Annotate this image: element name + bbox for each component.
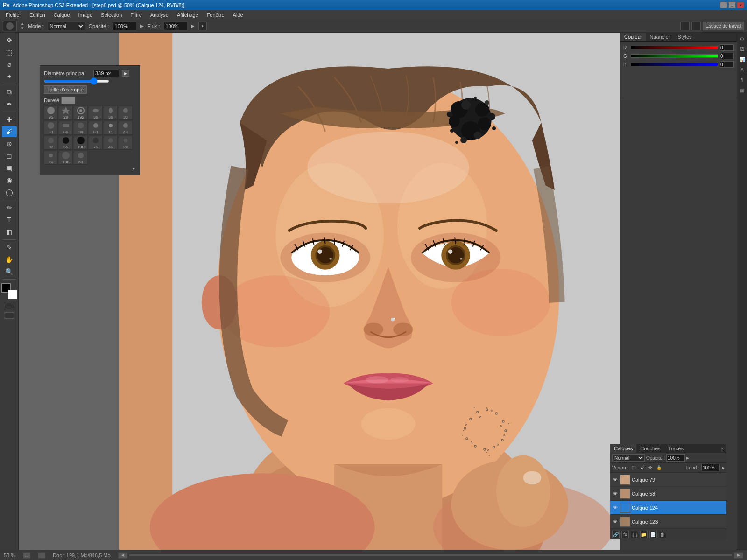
mini-tool-2[interactable]: 🖼 [738, 45, 747, 53]
gradient-tool[interactable]: ▣ [2, 162, 17, 174]
shape-tool[interactable]: ◧ [2, 226, 17, 238]
menu-selection[interactable]: Sélection [97, 11, 126, 19]
opacite-input[interactable] [113, 22, 136, 30]
pan-btn[interactable] [38, 552, 45, 559]
magic-wand-tool[interactable]: ✦ [2, 71, 17, 82]
timeline-bar[interactable] [129, 554, 732, 556]
close-button[interactable]: × [737, 2, 744, 8]
brush-size-up[interactable]: ▲ [21, 21, 24, 26]
brush-cell-0[interactable]: 95 [44, 106, 58, 120]
brush-cell-2[interactable]: 192 [74, 106, 88, 120]
layer-row-124[interactable]: 👁 Calque 124 [610, 501, 726, 515]
tab-couches[interactable]: Couches [636, 444, 664, 453]
add-style[interactable]: fx [621, 531, 629, 538]
visibility-58[interactable]: 👁 [612, 490, 619, 497]
fond-arrow[interactable]: ▶ [722, 466, 725, 470]
brush-cell-4[interactable]: 36 [104, 106, 118, 120]
sample-size-btn[interactable]: Taille d'exemple [44, 85, 87, 94]
airbrush-toggle[interactable]: ✦ [198, 22, 207, 30]
b-value[interactable] [720, 61, 734, 68]
pen-tool[interactable]: ✏ [2, 202, 17, 213]
visibility-79[interactable]: 👁 [612, 476, 619, 483]
brush-cell-1[interactable]: 29 [59, 106, 73, 120]
eraser-tool[interactable]: ◻ [2, 150, 17, 161]
lock-position[interactable]: ✥ [647, 464, 654, 471]
new-layer[interactable]: 📄 [649, 531, 657, 538]
menu-analyse[interactable]: Analyse [147, 11, 172, 19]
workspace-btn[interactable]: Espace de travail [703, 22, 744, 30]
visibility-124[interactable]: 👁 [612, 504, 619, 511]
flux-input[interactable] [164, 22, 187, 30]
layer-row-58[interactable]: 👁 Calque 58 [610, 487, 726, 501]
minimize-button[interactable]: _ [720, 2, 727, 8]
blend-mode-select[interactable]: Normal [612, 454, 645, 462]
r-value[interactable] [720, 44, 734, 51]
text-tool[interactable]: T [2, 214, 17, 225]
canvas-area[interactable]: Diamètre principal ▶ Taille d'exemple Du… [19, 33, 620, 550]
menu-aide[interactable]: Aide [229, 11, 247, 19]
brush-tool[interactable]: 🖌 [2, 126, 17, 137]
fit-screen-btn[interactable]: ⬚ [23, 552, 30, 559]
color-swatches[interactable] [1, 283, 17, 299]
g-slider-bg[interactable] [631, 54, 718, 58]
opacity-input[interactable] [666, 454, 685, 462]
brush-cell-3[interactable]: 36 [89, 106, 103, 120]
brush-cell-9[interactable]: 63 [89, 121, 103, 135]
brush-cell-18[interactable]: 20 [44, 151, 58, 165]
diametre-input[interactable] [93, 70, 119, 77]
brush-cell-6[interactable]: 63 [44, 121, 58, 135]
titlebar-controls[interactable]: _ □ × [720, 2, 744, 8]
brush-cell-12[interactable]: 32 [44, 136, 58, 150]
brush-size-down[interactable]: ▼ [21, 26, 24, 30]
mini-tool-5[interactable]: ¶ [738, 76, 747, 84]
brush-cell-14[interactable]: 100 [74, 136, 88, 150]
notes-tool[interactable]: ✎ [2, 242, 17, 253]
mini-tool-4[interactable]: A [738, 65, 747, 74]
dodge-tool[interactable]: ◯ [2, 187, 17, 198]
brush-cell-15[interactable]: 75 [89, 136, 103, 150]
b-slider-bg[interactable] [631, 63, 718, 66]
tab-couleur[interactable]: Couleur [620, 33, 646, 41]
brush-cell-16[interactable]: 45 [104, 136, 118, 150]
crop-tool[interactable]: ⧉ [2, 86, 17, 98]
opacity-arrow[interactable]: ▶ [686, 456, 689, 460]
add-mask[interactable]: ⬚ [631, 531, 638, 538]
g-value[interactable] [720, 53, 734, 59]
brush-cell-10[interactable]: 11 [104, 121, 118, 135]
brush-cell-11[interactable]: 48 [119, 121, 133, 135]
tab-calques[interactable]: Calques [610, 444, 636, 453]
mini-tool-6[interactable]: ▦ [738, 86, 747, 94]
tab-nuancier[interactable]: Nuancier [646, 33, 674, 41]
menu-image[interactable]: Image [75, 11, 97, 19]
flux-arrow[interactable]: ▶ [191, 23, 195, 28]
layers-panel-close[interactable]: × [718, 444, 726, 453]
diametre-slider[interactable] [44, 80, 109, 83]
end-btn[interactable]: ▶ [734, 552, 743, 559]
brush-cell-5[interactable]: 33 [119, 106, 133, 120]
brush-scroll-down[interactable]: ▼ [44, 166, 136, 171]
r-slider-bg[interactable] [631, 46, 718, 49]
mode-select[interactable]: Normal [48, 22, 85, 30]
hand-tool[interactable]: ✋ [2, 254, 17, 265]
brush-cell-8[interactable]: 39 [74, 121, 88, 135]
artwork-canvas[interactable] [119, 33, 620, 550]
extras-btn[interactable] [691, 22, 701, 30]
brush-cell-19[interactable]: 100 [59, 151, 73, 165]
screen-mode-btn[interactable] [680, 22, 690, 30]
screen-mode-toggle[interactable] [5, 312, 14, 319]
brush-cell-20[interactable]: 63 [74, 151, 88, 165]
marquee-tool[interactable]: ⬚ [2, 47, 17, 58]
visibility-123[interactable]: 👁 [612, 518, 619, 525]
healing-tool[interactable]: ✚ [2, 114, 17, 125]
layer-row-123[interactable]: 👁 Calque 123 [610, 515, 726, 529]
lock-all[interactable]: 🔒 [655, 464, 662, 471]
clone-tool[interactable]: ⊕ [2, 138, 17, 149]
mini-tool-1[interactable]: ⚙ [738, 35, 747, 43]
menu-fenetre[interactable]: Fenêtre [203, 11, 228, 19]
quick-mask-toggle[interactable] [5, 303, 14, 309]
lock-image[interactable]: 🖌 [639, 464, 645, 471]
diametre-arrow[interactable]: ▶ [122, 70, 129, 77]
new-group[interactable]: 📁 [640, 531, 648, 538]
tab-traces[interactable]: Tracés [664, 444, 687, 453]
move-tool[interactable]: ✥ [2, 35, 17, 46]
